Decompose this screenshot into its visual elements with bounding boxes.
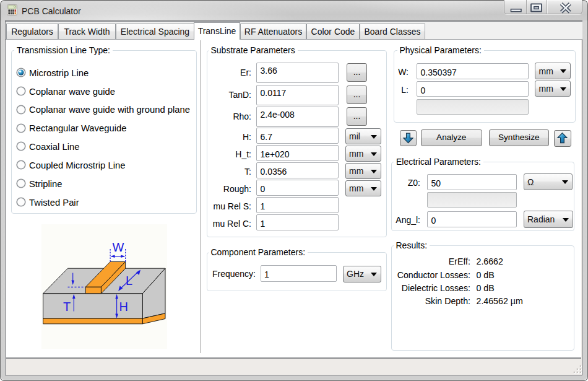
svg-text:L: L <box>126 274 132 287</box>
svg-text:W: W <box>113 240 124 254</box>
svg-text:T: T <box>63 300 71 313</box>
svg-text:H: H <box>119 300 128 313</box>
